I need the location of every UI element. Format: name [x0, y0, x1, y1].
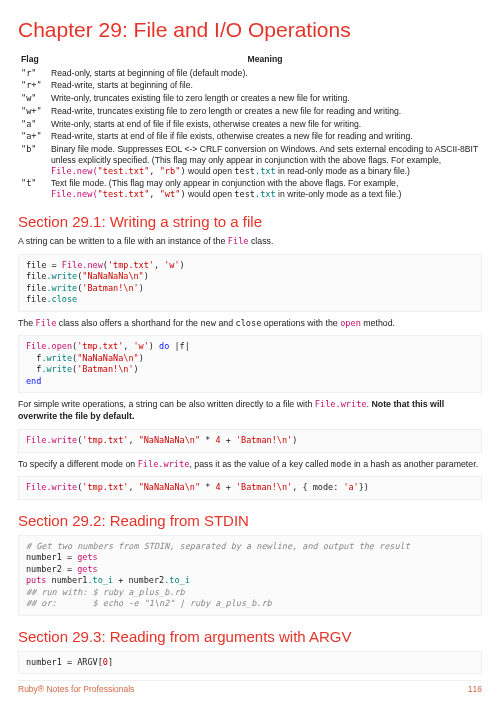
- paragraph: For simple write operations, a string ca…: [18, 399, 482, 423]
- flag-cell: "a": [18, 118, 48, 131]
- page-footer: Ruby® Notes for Professionals 116: [18, 680, 482, 694]
- section-title: Section 29.2: Reading from STDIN: [18, 512, 482, 529]
- flag-cell: "t": [18, 177, 48, 200]
- text: A string can be written to a file with a…: [18, 236, 228, 246]
- flag-text: Write-only, truncates existing file to z…: [48, 92, 482, 105]
- flag-text: Text file mode. (This flag may only appe…: [48, 177, 482, 200]
- code: test: [234, 189, 255, 199]
- flag-cell: "b": [18, 143, 48, 177]
- text: For simple write operations, a string ca…: [18, 399, 315, 409]
- text: class.: [248, 236, 273, 246]
- code: .txt: [255, 166, 276, 176]
- flag-cell: "w+": [18, 105, 48, 118]
- code-block: # Get two numbers from STDIN, separated …: [18, 535, 482, 616]
- section-title: Section 29.3: Reading from arguments wit…: [18, 628, 482, 645]
- code: test: [234, 166, 255, 176]
- flag-cell: "w": [18, 92, 48, 105]
- text: class also offers a shorthand for the: [56, 318, 200, 328]
- text: The: [18, 318, 36, 328]
- code-block: File.write('tmp.txt', "NaNaNaNa\n" * 4 +…: [18, 476, 482, 499]
- code-block: number1 = ARGV[0]: [18, 651, 482, 674]
- text: and: [216, 318, 236, 328]
- flag-text: Write-only, starts at end of file if fil…: [48, 118, 482, 131]
- text: Text file mode. (This flag may only appe…: [51, 178, 398, 188]
- text: method.: [361, 318, 395, 328]
- code-block: File.open('tmp.txt', 'w') do |f| f.write…: [18, 335, 482, 393]
- text: To specify a different mode on: [18, 459, 138, 469]
- code: "rb": [160, 166, 181, 176]
- flag-text: Read-write, truncates existing file to z…: [48, 105, 482, 118]
- section-title: Section 29.1: Writing a string to a file: [18, 213, 482, 230]
- code-block: file = File.new('tmp.txt', 'w') file.wri…: [18, 254, 482, 312]
- code: File.write: [315, 399, 367, 409]
- flag-cell: "r": [18, 67, 48, 80]
- text: would open: [186, 166, 235, 176]
- flag-cell: "a+": [18, 130, 48, 143]
- chapter-title: Chapter 29: File and I/O Operations: [18, 18, 482, 42]
- code: File: [36, 318, 57, 328]
- code: ,: [149, 166, 159, 176]
- code: mode: [331, 459, 352, 469]
- th-flag: Flag: [18, 52, 48, 67]
- code: File.new(: [51, 166, 98, 176]
- code: new: [200, 318, 216, 328]
- code: .txt: [255, 189, 276, 199]
- flag-text: Binary file mode. Suppresses EOL <-> CRL…: [48, 143, 482, 177]
- code: close: [236, 318, 262, 328]
- text: operations with the: [261, 318, 340, 328]
- code: "wt": [160, 189, 181, 199]
- paragraph: To specify a different mode on File.writ…: [18, 459, 482, 471]
- footer-left: Ruby® Notes for Professionals: [18, 684, 134, 694]
- code: File.write: [138, 459, 190, 469]
- flag-text: Read-write, starts at end of file if fil…: [48, 130, 482, 143]
- text: in write-only mode as a text file.): [276, 189, 402, 199]
- paragraph: A string can be written to a file with a…: [18, 236, 482, 248]
- text: in a hash as another parameter.: [351, 459, 478, 469]
- code: "test.txt": [98, 166, 150, 176]
- flag-cell: "r+": [18, 79, 48, 92]
- flags-table: Flag Meaning "r"Read-only, starts at beg…: [18, 52, 482, 201]
- code: ,: [149, 189, 159, 199]
- text: Binary file mode. Suppresses EOL <-> CRL…: [51, 144, 478, 165]
- text: , pass it as the value of a key called: [189, 459, 330, 469]
- text: in read-only mode as a binary file.): [276, 166, 410, 176]
- code-block: File.write('tmp.txt', "NaNaNaNa\n" * 4 +…: [18, 429, 482, 452]
- code: open: [340, 318, 361, 328]
- paragraph: The File class also offers a shorthand f…: [18, 318, 482, 330]
- code: File: [228, 236, 249, 246]
- flag-text: Read-write, starts at beginning of file.: [48, 79, 482, 92]
- code: "test.txt": [98, 189, 150, 199]
- code: File.new(: [51, 189, 98, 199]
- th-meaning: Meaning: [48, 52, 482, 67]
- flag-text: Read-only, starts at beginning of file (…: [48, 67, 482, 80]
- footer-right: 116: [468, 684, 482, 694]
- text: would open: [186, 189, 235, 199]
